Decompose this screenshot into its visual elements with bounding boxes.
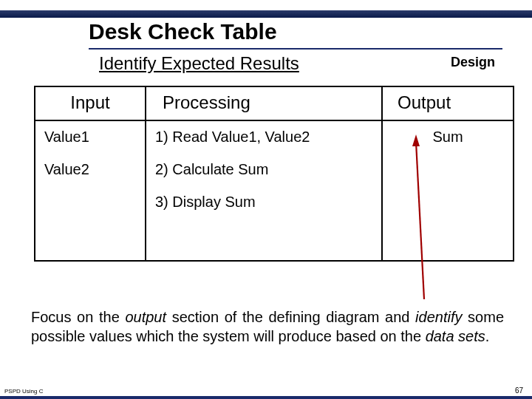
cell-input xyxy=(35,219,146,261)
cell-input: Value1 xyxy=(35,120,146,154)
slide-title: Desk Check Table xyxy=(89,19,277,44)
desk-check-table: Input Processing Output Value1 1) Read V… xyxy=(34,86,514,262)
page-number: 67 xyxy=(515,386,523,395)
cell-input: Value2 xyxy=(35,154,146,186)
slide-subtitle: Identify Expected Results xyxy=(99,53,299,74)
body-text: . xyxy=(485,328,490,344)
title-underline-rule xyxy=(89,48,502,50)
body-paragraph: Focus on the output section of the defin… xyxy=(31,307,504,346)
cell-processing: 3) Display Sum xyxy=(146,186,382,219)
header-input: Input xyxy=(35,86,146,120)
cell-input xyxy=(35,186,146,219)
table-row: Value1 1) Read Value1, Value2 Sum xyxy=(35,120,514,154)
table-row: Value2 2) Calculate Sum xyxy=(35,154,514,186)
table-row: 3) Display Sum xyxy=(35,186,514,219)
header-gradient-bar xyxy=(0,10,532,18)
cell-output xyxy=(382,186,514,219)
body-italic: data sets xyxy=(426,328,485,344)
cell-output xyxy=(382,154,514,186)
header-processing: Processing xyxy=(146,86,382,120)
cell-processing xyxy=(146,219,382,261)
table-header-row: Input Processing Output xyxy=(35,86,514,120)
footer-left: PSPD Using C xyxy=(4,388,43,395)
cell-output xyxy=(382,219,514,261)
footer-stripe xyxy=(0,396,532,399)
cell-output: Sum xyxy=(382,120,514,154)
table-row xyxy=(35,219,514,261)
cell-processing: 2) Calculate Sum xyxy=(146,154,382,186)
header-output: Output xyxy=(382,86,514,120)
cell-processing: 1) Read Value1, Value2 xyxy=(146,120,382,154)
design-label: Design xyxy=(451,55,495,70)
body-text: section of the defining diagram and xyxy=(166,309,415,325)
body-italic: output xyxy=(125,309,166,325)
body-italic: identify xyxy=(415,309,462,325)
body-text: Focus on the xyxy=(31,309,125,325)
